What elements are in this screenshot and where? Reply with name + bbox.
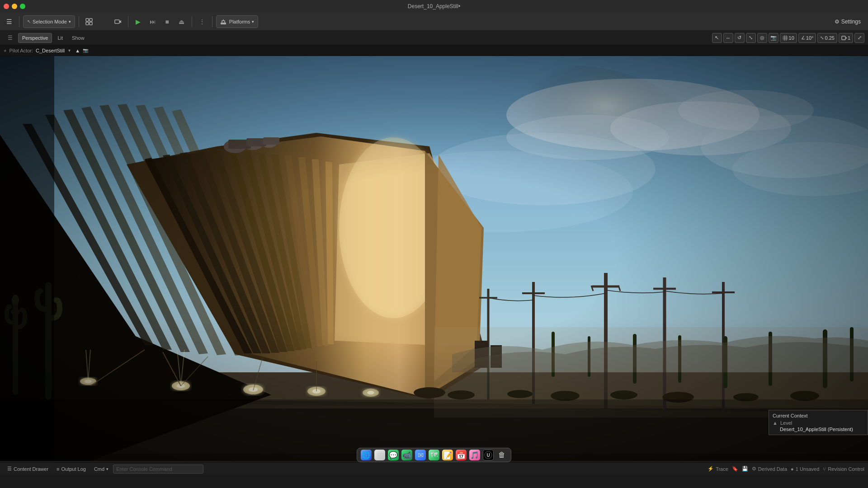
fullscreen-btn[interactable]: ⤢ — [854, 33, 864, 43]
save-icon-item[interactable]: 💾 — [742, 466, 748, 472]
dock-notes[interactable]: 📝 — [442, 450, 453, 460]
dock-music[interactable]: 🎵 — [469, 450, 480, 460]
svg-rect-4 — [115, 20, 119, 23]
play-button[interactable]: ▶ — [132, 15, 145, 28]
settings-button[interactable]: ⚙ Settings — [830, 15, 865, 28]
lit-button[interactable]: Lit — [54, 33, 66, 43]
dock-calendar[interactable]: 📅 — [456, 450, 467, 460]
scale-snap-btn[interactable]: ⤡ 0.25 — [817, 33, 837, 43]
selection-mode-button[interactable]: ↖ Selection Mode ▾ — [23, 15, 75, 28]
cmd-button[interactable]: Cmd ▾ — [90, 464, 112, 474]
camera-page-btn[interactable]: 1 — [839, 33, 853, 43]
minimize-button[interactable] — [12, 4, 17, 9]
eject-button[interactable]: ⏏ — [175, 15, 188, 28]
current-context-panel: Current Context ▲ Level Desert_10_AppleS… — [769, 410, 868, 435]
toolbar-separator-4 — [192, 16, 192, 27]
platforms-button[interactable]: Platforms ▾ — [216, 15, 258, 28]
scene-svg — [0, 56, 868, 461]
toolbar-separator-2 — [79, 16, 79, 27]
maximize-button[interactable] — [20, 4, 25, 9]
viewport-menu-button[interactable]: ☰ — [4, 32, 16, 44]
status-bar: ☰ Content Drawer ≡ Output Log Cmd ▾ 🌐 ⊞ … — [0, 462, 868, 475]
dock-launchpad[interactable]: ⊞ — [374, 450, 385, 460]
viewport-area[interactable]: ☰ Perspective Lit Show ↖ ↔ ↺ ⤡ ◎ 📷 — [0, 31, 868, 488]
toolbar-separator-1 — [19, 16, 19, 27]
main-toolbar: ☰ ↖ Selection Mode ▾ ▶ ⏭ ■ ⏏ ⋮ — [0, 13, 868, 31]
traffic-lights — [4, 4, 25, 9]
trace-item[interactable]: ⚡ Trace — [708, 466, 728, 472]
scale-icon-btn[interactable]: ⤡ — [746, 33, 756, 43]
svg-rect-3 — [90, 22, 92, 25]
dock-messages[interactable]: 💬 — [388, 450, 399, 460]
svg-rect-0 — [86, 19, 89, 21]
output-log-button[interactable]: ≡ Output Log — [53, 464, 90, 474]
svg-rect-1 — [90, 19, 92, 21]
dock: 🌐 ⊞ 💬 📹 ✉ 🗺 📝 📅 🎵 U 🗑 — [357, 448, 511, 462]
menu-button[interactable]: ☰ — [3, 15, 15, 28]
3d-viewport[interactable]: Current Context ▲ Level Desert_10_AppleS… — [0, 56, 868, 462]
svg-rect-6 — [842, 36, 845, 40]
context-level-row: ▲ Level — [773, 420, 864, 426]
show-button[interactable]: Show — [68, 33, 88, 43]
dock-mail[interactable]: ✉ — [415, 450, 426, 460]
main-area: ☰ Perspective Lit Show ↖ ↔ ↺ ⤡ ◎ 📷 — [0, 31, 868, 488]
close-button[interactable] — [4, 4, 9, 9]
dock-ue[interactable]: U — [483, 450, 494, 460]
camera-icon: 📷 — [83, 48, 88, 53]
svg-text:U: U — [486, 453, 490, 458]
dock-trash[interactable]: 🗑 — [496, 450, 507, 460]
svg-rect-2 — [86, 22, 89, 25]
dock-facetime[interactable]: 📹 — [401, 450, 412, 460]
dock-maps[interactable]: 🗺 — [429, 450, 439, 460]
cursor-icon-btn[interactable]: ↖ — [712, 33, 722, 43]
dock-finder[interactable]: 🌐 — [361, 450, 372, 460]
window-title: Desert_10_AppleStill• — [408, 3, 460, 9]
step-button[interactable]: ⏭ — [146, 15, 159, 28]
context-level-value: Desert_10_AppleStill (Persistent) — [773, 427, 864, 432]
toolbar-separator-3 — [128, 16, 128, 27]
camera-sync-btn[interactable]: 📷 — [769, 33, 778, 43]
right-status: ⚡ Trace 🔖 💾 ⚙ Derived Data ● 1 Unsaved — [708, 466, 864, 472]
toolbar-separator-5 — [212, 16, 212, 27]
console-input[interactable] — [113, 465, 203, 474]
transform-space-btn[interactable]: ◎ — [757, 33, 767, 43]
context-title: Current Context — [773, 413, 864, 418]
pilot-bar: + Pilot Actor: C_DesertStill ▾ ▲ 📷 — [0, 45, 868, 56]
derived-data-item[interactable]: ⚙ Derived Data — [752, 466, 787, 472]
more-options-button[interactable]: ⋮ — [196, 15, 208, 28]
content-drawer-button[interactable]: ☰ Content Drawer — [4, 464, 52, 474]
svg-rect-5 — [221, 23, 226, 24]
snap-button[interactable] — [83, 15, 95, 28]
vp-right-controls: ↖ ↔ ↺ ⤡ ◎ 📷 10 ∠ 10° ⤡ 0.25 — [712, 33, 864, 43]
rotate-icon-btn[interactable]: ↺ — [735, 33, 745, 43]
angle-snap-btn[interactable]: ∠ 10° — [798, 33, 816, 43]
title-bar: Desert_10_AppleStill• — [0, 0, 868, 13]
stop-button[interactable]: ■ — [161, 15, 174, 28]
revision-control-item[interactable]: ⑂ Revision Control — [823, 466, 864, 472]
grid-snap-btn[interactable]: 10 — [780, 33, 797, 43]
unsaved-item[interactable]: ● 1 Unsaved — [791, 466, 819, 472]
perspective-button[interactable]: Perspective — [18, 33, 52, 43]
viewport-header: ☰ Perspective Lit Show ↖ ↔ ↺ ⤡ ◎ 📷 — [0, 31, 868, 45]
bookmark-item[interactable]: 🔖 — [732, 466, 738, 472]
move-icon-btn[interactable]: ↔ — [723, 33, 733, 43]
transform-button[interactable] — [97, 15, 110, 28]
camera-button[interactable] — [112, 15, 124, 28]
